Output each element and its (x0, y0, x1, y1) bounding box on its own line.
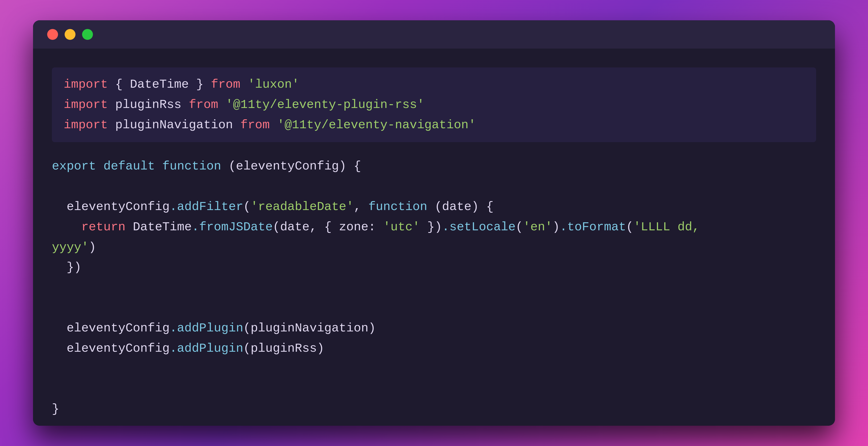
blank-line-3 (52, 298, 816, 318)
maximize-button[interactable] (82, 29, 93, 40)
close-button[interactable] (47, 29, 58, 40)
import-line-3: import pluginNavigation from '@11ty/elev… (64, 115, 804, 135)
blank-line-1 (52, 177, 816, 197)
closing-brace: } (52, 399, 816, 419)
code-area: import { DateTime } from 'luxon' import … (33, 49, 835, 426)
blank-line-4 (52, 358, 816, 379)
import-block: import { DateTime } from 'luxon' import … (52, 67, 816, 142)
import-line-1: import { DateTime } from 'luxon' (64, 74, 804, 95)
blank-line-2 (52, 278, 816, 298)
return-line: return DateTime.fromJSDate(date, { zone:… (52, 217, 816, 237)
code-block: import { DateTime } from 'luxon' import … (52, 67, 816, 419)
close-filter: }) (52, 257, 816, 278)
editor-window: import { DateTime } from 'luxon' import … (33, 20, 835, 426)
blank-line-5 (52, 379, 816, 399)
export-line: export default function (eleventyConfig)… (52, 156, 816, 177)
return-line-cont: yyyy') (52, 237, 816, 258)
titlebar (33, 20, 835, 49)
addfilter-line: eleventyConfig.addFilter('readableDate',… (52, 197, 816, 217)
import-line-2: import pluginRss from '@11ty/eleventy-pl… (64, 95, 804, 115)
minimize-button[interactable] (65, 29, 75, 40)
addplugin-rss: eleventyConfig.addPlugin(pluginRss) (52, 339, 816, 359)
addplugin-nav: eleventyConfig.addPlugin(pluginNavigatio… (52, 318, 816, 339)
